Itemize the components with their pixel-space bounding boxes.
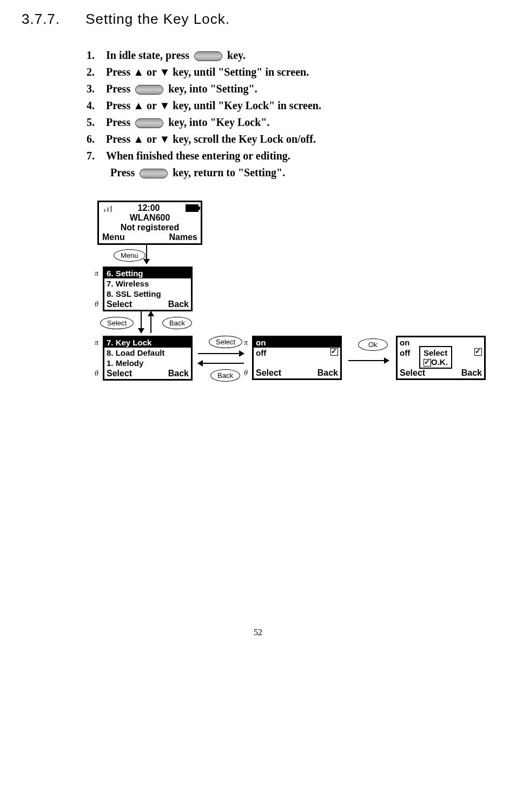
- check-icon: [424, 359, 431, 367]
- menu4-soft-left: Select: [400, 368, 425, 378]
- pi-symbol: π: [244, 338, 248, 347]
- signal-icon: [101, 204, 112, 212]
- menu-item-ssl: 8. SSL Setting: [104, 289, 191, 299]
- step-5: 5. Press key, into "Key Lock".: [87, 116, 494, 129]
- menu1-soft-right: Back: [168, 299, 189, 309]
- main-menu-screen: π θ 6. Setting 7. Wireless 8. SSL Settin…: [103, 267, 193, 311]
- menu-item-keylock: 7. Key Lock: [104, 337, 191, 348]
- setting-menu-screen: π θ 7. Key Lock 8. Load Default 1. Melod…: [103, 336, 193, 381]
- menu-button: Menu: [114, 249, 145, 262]
- idle-time: 12:00: [138, 203, 160, 213]
- step-4: 4. Press ▲ or ▼ key, until "Key Lock" in…: [87, 99, 494, 112]
- pi-symbol: π: [95, 269, 98, 278]
- check-icon: [474, 348, 482, 356]
- theta-symbol: θ: [244, 369, 248, 377]
- menu3-soft-right: Back: [317, 368, 338, 378]
- page-number: 52: [22, 628, 494, 637]
- menu4-soft-right: Back: [461, 368, 482, 378]
- battery-icon: [186, 204, 199, 212]
- menu2-soft-right: Back: [168, 369, 189, 378]
- keylock-off: off: [256, 348, 266, 357]
- idle-soft-right: Names: [169, 232, 197, 242]
- step-7: 7. When finished these entering or editi…: [87, 150, 494, 162]
- menu-key-icon: [135, 85, 163, 95]
- step-6: 6. Press ▲ or ▼ key, scroll the Key Lock…: [87, 133, 494, 145]
- menu3-soft-left: Select: [256, 368, 281, 378]
- menu-item-wireless: 7. Wireless: [104, 278, 191, 289]
- select-button: Select: [100, 317, 134, 329]
- section-heading: 3.7.7. Setting the Key Lock.: [22, 11, 494, 28]
- popup-line1: Select: [424, 348, 448, 357]
- flow-diagram: 12:00 WLAN600 Not registered Menu Names …: [92, 201, 494, 384]
- menu-key-icon: [194, 51, 222, 61]
- idle-screen: 12:00 WLAN600 Not registered Menu Names: [97, 201, 202, 245]
- popup-line2: O.K.: [431, 357, 448, 367]
- select-ok-popup: Select O.K.: [419, 346, 452, 369]
- ok-button: Ok: [358, 338, 388, 351]
- keylock-screen: π θ on off Select Back: [252, 336, 342, 380]
- step-1: 1. In idle state, press key.: [87, 49, 494, 62]
- menu1-soft-left: Select: [107, 299, 132, 309]
- steps-list: 1. In idle state, press key. 2. Press ▲ …: [87, 49, 494, 179]
- pi-symbol: π: [95, 338, 98, 347]
- check-icon: [330, 348, 338, 356]
- section-title-text: Setting the Key Lock.: [85, 11, 230, 27]
- section-number: 3.7.7.: [22, 11, 81, 28]
- menu-item-setting: 6. Setting: [104, 268, 191, 278]
- back-button: Back: [162, 317, 192, 329]
- theta-symbol: θ: [95, 300, 98, 309]
- menu-item-load-default: 8. Load Default: [104, 348, 191, 358]
- keylock-off-2: off: [400, 348, 410, 357]
- keylock-on: on: [254, 337, 340, 348]
- step-7-sub: Press key, return to "Setting".: [110, 167, 494, 179]
- idle-status: Not registered: [101, 223, 199, 232]
- menu2-soft-left: Select: [107, 369, 132, 378]
- menu-item-melody: 1. Melody: [104, 358, 191, 368]
- back-button-2: Back: [210, 369, 240, 382]
- theta-symbol: θ: [95, 369, 98, 378]
- select-button-2: Select: [209, 336, 242, 348]
- idle-device: WLAN600: [101, 213, 199, 223]
- step-3: 3. Press key, into "Setting".: [87, 83, 494, 95]
- keylock-confirm-screen: on off Select Back Select O.K.: [396, 336, 486, 380]
- menu-key-icon: [135, 118, 163, 128]
- idle-soft-left: Menu: [102, 232, 125, 242]
- step-2: 2. Press ▲ or ▼ key, until "Setting" in …: [87, 66, 494, 78]
- menu-key-icon: [140, 169, 168, 178]
